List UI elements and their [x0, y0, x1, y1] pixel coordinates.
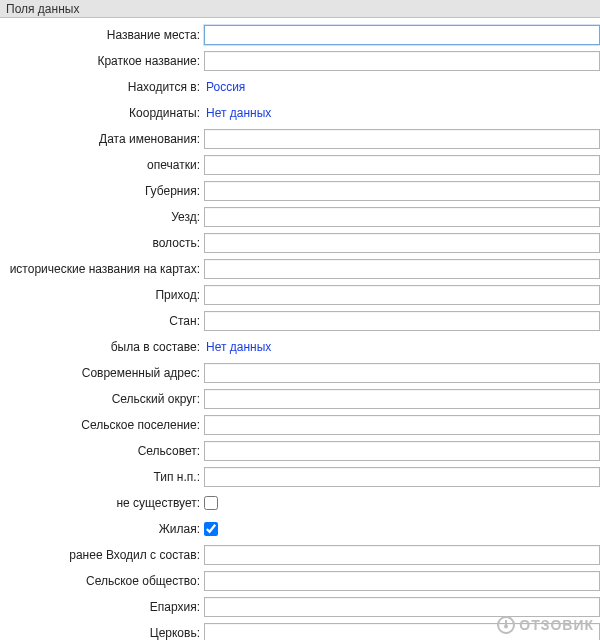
row-modern-address: Современный адрес: [0, 360, 600, 386]
label-np-type: Тип н.п.: [0, 470, 204, 484]
located-in-link[interactable]: Россия [204, 80, 245, 94]
row-coordinates: Координаты: Нет данных [0, 100, 600, 126]
was-part-of-link[interactable]: Нет данных [204, 340, 271, 354]
church-input[interactable] [204, 623, 600, 640]
not-exists-checkbox[interactable] [204, 496, 218, 510]
row-guberniya: Губерния: [0, 178, 600, 204]
label-selsky-okrug: Сельский округ: [0, 392, 204, 406]
volost-input[interactable] [204, 233, 600, 253]
row-selsky-okrug: Сельский округ: [0, 386, 600, 412]
row-volost: волость: [0, 230, 600, 256]
uezd-input[interactable] [204, 207, 600, 227]
row-selsovet: Сельсовет: [0, 438, 600, 464]
row-eparchy: Епархия: [0, 594, 600, 620]
row-stan: Стан: [0, 308, 600, 334]
label-former-part: ранее Входил с состав: [0, 548, 204, 562]
coordinates-link[interactable]: Нет данных [204, 106, 271, 120]
label-located-in: Находится в: [0, 80, 204, 94]
label-volost: волость: [0, 236, 204, 250]
row-sel-poselenie: Сельское поселение: [0, 412, 600, 438]
row-prihod: Приход: [0, 282, 600, 308]
prihod-input[interactable] [204, 285, 600, 305]
sel-society-input[interactable] [204, 571, 600, 591]
np-type-input[interactable] [204, 467, 600, 487]
label-coordinates: Координаты: [0, 106, 204, 120]
sel-poselenie-input[interactable] [204, 415, 600, 435]
place-name-input[interactable] [204, 25, 600, 45]
label-typos: опечатки: [0, 158, 204, 172]
row-residential: Жилая: [0, 516, 600, 542]
row-sel-society: Сельское общество: [0, 568, 600, 594]
eparchy-input[interactable] [204, 597, 600, 617]
row-former-part: ранее Входил с состав: [0, 542, 600, 568]
selsky-okrug-input[interactable] [204, 389, 600, 409]
row-place-name: Название места: [0, 22, 600, 48]
label-sel-society: Сельское общество: [0, 574, 204, 588]
row-located-in: Находится в: Россия [0, 74, 600, 100]
stan-input[interactable] [204, 311, 600, 331]
label-prihod: Приход: [0, 288, 204, 302]
row-not-exists: не существует: [0, 490, 600, 516]
label-guberniya: Губерния: [0, 184, 204, 198]
row-uezd: Уезд: [0, 204, 600, 230]
label-short-name: Краткое название: [0, 54, 204, 68]
residential-checkbox[interactable] [204, 522, 218, 536]
label-sel-poselenie: Сельское поселение: [0, 418, 204, 432]
former-part-input[interactable] [204, 545, 600, 565]
row-hist-map-names: исторические названия на картах: [0, 256, 600, 282]
row-short-name: Краткое название: [0, 48, 600, 74]
data-fields-panel: Поля данных Название места: Краткое назв… [0, 0, 600, 640]
row-naming-date: Дата именования: [0, 126, 600, 152]
label-was-part-of: была в составе: [0, 340, 204, 354]
naming-date-input[interactable] [204, 129, 600, 149]
label-naming-date: Дата именования: [0, 132, 204, 146]
label-selsovet: Сельсовет: [0, 444, 204, 458]
label-eparchy: Епархия: [0, 600, 204, 614]
selsovet-input[interactable] [204, 441, 600, 461]
row-was-part-of: была в составе: Нет данных [0, 334, 600, 360]
panel-title: Поля данных [0, 0, 600, 18]
label-uezd: Уезд: [0, 210, 204, 224]
label-hist-map-names: исторические названия на картах: [0, 262, 204, 276]
hist-map-names-input[interactable] [204, 259, 600, 279]
row-typos: опечатки: [0, 152, 600, 178]
typos-input[interactable] [204, 155, 600, 175]
label-place-name: Название места: [0, 28, 204, 42]
short-name-input[interactable] [204, 51, 600, 71]
fields-form: Название места: Краткое название: Находи… [0, 18, 600, 640]
guberniya-input[interactable] [204, 181, 600, 201]
row-np-type: Тип н.п.: [0, 464, 600, 490]
label-residential: Жилая: [0, 522, 204, 536]
label-not-exists: не существует: [0, 496, 204, 510]
row-church: Церковь: [0, 620, 600, 640]
label-stan: Стан: [0, 314, 204, 328]
label-church: Церковь: [0, 626, 204, 640]
label-modern-address: Современный адрес: [0, 366, 204, 380]
modern-address-input[interactable] [204, 363, 600, 383]
